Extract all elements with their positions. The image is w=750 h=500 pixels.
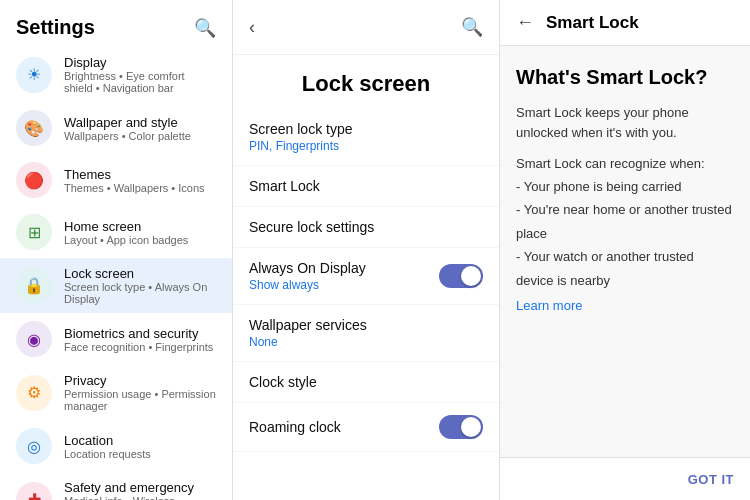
label-clock-style: Clock style <box>249 374 483 390</box>
middle-item-secure-lock[interactable]: Secure lock settings <box>233 207 499 248</box>
sidebar-sublabel-home: Layout • App icon badges <box>64 234 216 246</box>
biometrics-icon: ◉ <box>16 321 52 357</box>
sidebar-sublabel-safety: Medical info • Wireless emergency alerts <box>64 495 216 500</box>
middle-item-screen-lock-type[interactable]: Screen lock type PIN, Fingerprints <box>233 109 499 166</box>
safety-icon: ✚ <box>16 482 52 501</box>
sidebar-item-home[interactable]: ⊞ Home screen Layout • App icon badges <box>0 206 232 258</box>
sidebar-title: Settings <box>16 16 95 39</box>
label-secure-lock: Secure lock settings <box>249 219 483 235</box>
sidebar-sublabel-lock: Screen lock type • Always On Display <box>64 281 216 305</box>
label-screen-lock-type: Screen lock type <box>249 121 483 137</box>
smart-lock-list-item: - Your phone is being carried <box>516 175 734 198</box>
search-icon[interactable]: 🔍 <box>194 17 216 39</box>
sidebar-item-display[interactable]: ☀ Display Brightness • Eye comfort shiel… <box>0 47 232 102</box>
label-smart-lock: Smart Lock <box>249 178 483 194</box>
middle-panel-title: Lock screen <box>233 55 499 109</box>
sidebar-item-safety[interactable]: ✚ Safety and emergency Medical info • Wi… <box>0 472 232 500</box>
right-back-icon[interactable]: ← <box>516 12 534 33</box>
middle-search-icon[interactable]: 🔍 <box>461 16 483 38</box>
label-roaming-clock: Roaming clock <box>249 419 341 435</box>
sidebar-item-biometrics[interactable]: ◉ Biometrics and security Face recogniti… <box>0 313 232 365</box>
sidebar-item-wallpaper[interactable]: 🎨 Wallpaper and style Wallpapers • Color… <box>0 102 232 154</box>
middle-item-smart-lock[interactable]: Smart Lock <box>233 166 499 207</box>
sidebar-label-display: Display <box>64 55 216 70</box>
right-header: ← Smart Lock <box>500 0 750 46</box>
sublabel-wallpaper-services: None <box>249 335 483 349</box>
got-it-button[interactable]: GOT IT <box>688 472 734 487</box>
lock-icon: 🔒 <box>16 268 52 304</box>
sidebar-sublabel-location: Location requests <box>64 448 216 460</box>
home-icon: ⊞ <box>16 214 52 250</box>
sidebar-item-themes[interactable]: 🔴 Themes Themes • Wallpapers • Icons <box>0 154 232 206</box>
sidebar-sublabel-wallpaper: Wallpapers • Color palette <box>64 130 216 142</box>
middle-header: ‹ 🔍 <box>233 0 499 55</box>
middle-item-clock-style[interactable]: Clock style <box>233 362 499 403</box>
toggle-always-on-display[interactable] <box>439 264 483 288</box>
right-content: What's Smart Lock? Smart Lock keeps your… <box>500 46 750 457</box>
smart-lock-intro: Smart Lock keeps your phone unlocked whe… <box>516 103 734 142</box>
middle-item-wallpaper-services[interactable]: Wallpaper services None <box>233 305 499 362</box>
sidebar-sublabel-display: Brightness • Eye comfort shield • Naviga… <box>64 70 216 94</box>
sublabel-always-on-display: Show always <box>249 278 366 292</box>
sidebar-item-location[interactable]: ◎ Location Location requests <box>0 420 232 472</box>
right-panel-title: Smart Lock <box>546 13 639 33</box>
toggle-roaming-clock[interactable] <box>439 415 483 439</box>
sidebar-sublabel-themes: Themes • Wallpapers • Icons <box>64 182 216 194</box>
right-footer: GOT IT <box>500 457 750 500</box>
smart-lock-list-item: - Your watch or another trusted device i… <box>516 245 734 292</box>
label-wallpaper-services: Wallpaper services <box>249 317 483 333</box>
sidebar-item-privacy[interactable]: ⚙ Privacy Permission usage • Permission … <box>0 365 232 420</box>
learn-more-link[interactable]: Learn more <box>516 298 734 313</box>
themes-icon: 🔴 <box>16 162 52 198</box>
privacy-icon: ⚙ <box>16 375 52 411</box>
middle-panel: ‹ 🔍 Lock screen Screen lock type PIN, Fi… <box>233 0 500 500</box>
sidebar-label-lock: Lock screen <box>64 266 216 281</box>
sidebar-item-lock[interactable]: 🔒 Lock screen Screen lock type • Always … <box>0 258 232 313</box>
sidebar-label-wallpaper: Wallpaper and style <box>64 115 216 130</box>
sidebar-header: Settings 🔍 <box>0 0 232 47</box>
sidebar-sublabel-privacy: Permission usage • Permission manager <box>64 388 216 412</box>
sidebar: Settings 🔍 ☀ Display Brightness • Eye co… <box>0 0 233 500</box>
sidebar-label-privacy: Privacy <box>64 373 216 388</box>
smart-lock-title: What's Smart Lock? <box>516 66 734 89</box>
right-panel: ← Smart Lock What's Smart Lock? Smart Lo… <box>500 0 750 500</box>
sidebar-label-home: Home screen <box>64 219 216 234</box>
smart-lock-list-item: - You're near home or another trusted pl… <box>516 198 734 245</box>
sublabel-screen-lock-type: PIN, Fingerprints <box>249 139 483 153</box>
label-always-on-display: Always On Display <box>249 260 366 276</box>
sidebar-label-safety: Safety and emergency <box>64 480 216 495</box>
location-icon: ◎ <box>16 428 52 464</box>
sidebar-label-themes: Themes <box>64 167 216 182</box>
sidebar-sublabel-biometrics: Face recognition • Fingerprints <box>64 341 216 353</box>
back-icon[interactable]: ‹ <box>249 17 255 38</box>
display-icon: ☀ <box>16 57 52 93</box>
middle-item-always-on-display[interactable]: Always On Display Show always <box>233 248 499 305</box>
sidebar-label-biometrics: Biometrics and security <box>64 326 216 341</box>
wallpaper-icon: 🎨 <box>16 110 52 146</box>
smart-lock-list: - Your phone is being carried- You're ne… <box>516 175 734 292</box>
smart-lock-list-title: Smart Lock can recognize when: <box>516 156 734 171</box>
middle-item-roaming-clock[interactable]: Roaming clock <box>233 403 499 452</box>
sidebar-label-location: Location <box>64 433 216 448</box>
